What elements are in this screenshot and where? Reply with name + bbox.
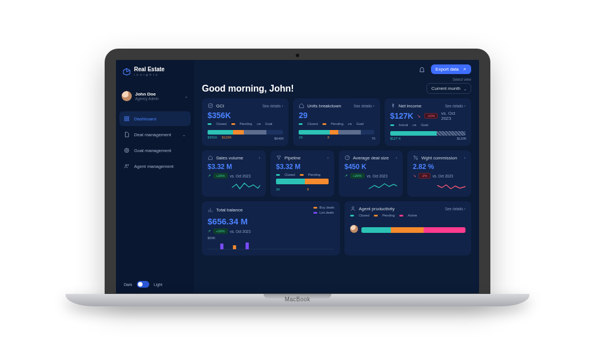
document-icon	[124, 132, 130, 137]
net-delta: -10%	[424, 113, 438, 119]
card-gci: GCI See details › $356K Closed Pending G…	[202, 98, 288, 146]
svg-rect-3	[124, 119, 126, 121]
avg-delta: +20%	[350, 173, 365, 179]
card-agent-productivity: Agent productivity See details › Closed …	[344, 201, 471, 255]
svg-point-11	[414, 156, 416, 158]
units-pending-val: 8	[327, 136, 329, 139]
view-select[interactable]: Current month ⌄	[426, 83, 471, 94]
legend-pending: Pending	[240, 122, 252, 125]
legend-goal: Goal	[421, 123, 428, 127]
see-details-link[interactable]: See details ›	[445, 104, 465, 108]
bell-icon[interactable]	[419, 66, 425, 73]
chevron-right-icon[interactable]: ›	[327, 156, 329, 160]
see-details-link[interactable]: See details ›	[262, 104, 283, 108]
see-details-link[interactable]: See details ›	[353, 104, 374, 108]
sidebar-item-label: Goal management	[134, 148, 171, 153]
sidebar-item-deal-management[interactable]: Deal management ⌄	[119, 127, 191, 142]
see-details-link[interactable]: See details ›	[445, 207, 465, 211]
total-delta: +20%	[213, 228, 228, 234]
card-units-breakdown: Units breakdown See details › 29 Closed …	[293, 98, 380, 146]
user-menu[interactable]: John Doe Agency Admin ⌄	[116, 86, 194, 106]
avatar	[122, 91, 132, 101]
theme-toggle[interactable]	[137, 281, 149, 288]
avg-delta-suffix: vs. Oct 2023	[367, 174, 388, 178]
card-title: Units breakdown	[307, 103, 341, 109]
brand-title: Real Estate	[134, 67, 165, 72]
percent-icon	[413, 155, 419, 161]
gci-value: $356K	[208, 111, 283, 120]
svg-point-5	[124, 149, 129, 153]
chevron-right-icon[interactable]: ›	[396, 156, 397, 160]
laptop-brand: MacBook	[284, 296, 310, 302]
gci-pending-val: $123K	[222, 136, 231, 139]
card-total-balance: Total balance Buy deals List deals $656.…	[202, 201, 340, 255]
arrow-up-right-icon	[462, 67, 467, 72]
view-select-value: Current month	[432, 86, 460, 91]
person-icon	[350, 206, 356, 211]
sparkline-icon	[232, 181, 260, 191]
wght-delta: -2%	[419, 173, 430, 179]
card-title: Wght commission	[421, 155, 457, 161]
svg-point-17	[352, 207, 354, 209]
arrow-up-icon: ↗	[344, 174, 348, 178]
sidebar-nav: Dashboard Deal management ⌄ Goal managem…	[116, 109, 194, 176]
total-value: $656.34 M	[208, 216, 334, 226]
sidebar: Real Estate insights John Doe Agency Adm…	[116, 60, 194, 293]
brand-subtitle: insights	[134, 72, 165, 77]
card-grid: GCI See details › $356K Closed Pending G…	[194, 98, 479, 260]
sidebar-item-agent-management[interactable]: Agent management	[119, 159, 191, 174]
legend-buy: Buy deals	[320, 206, 334, 209]
funnel-icon	[276, 155, 282, 161]
net-bar	[390, 131, 465, 136]
legend-closed: Closed	[359, 214, 369, 217]
sidebar-item-goal-management[interactable]: Goal management	[119, 143, 191, 158]
net-delta-suffix: vs. Oct 2023	[441, 111, 465, 121]
card-net-income: Net income See details › $127K ↘ -10% vs…	[385, 98, 471, 146]
total-axis-label: $50K	[208, 236, 334, 240]
sales-value: $3.32 M	[208, 163, 260, 171]
legend-list: List deals	[320, 211, 334, 214]
agent-row	[350, 225, 465, 233]
chevron-down-icon: ⌄	[463, 86, 467, 92]
bar-chart-icon	[208, 207, 213, 213]
legend-goal: Goal	[265, 122, 273, 125]
units-value: 29	[299, 111, 374, 120]
legend-closed: Closed	[307, 122, 318, 125]
card-title: Pipeline	[284, 155, 300, 161]
legend-pending: Pending	[308, 173, 321, 176]
house-icon	[208, 155, 213, 161]
wght-delta-suffix: vs. Oct 2023	[433, 174, 454, 178]
grid-icon	[124, 116, 130, 122]
chevron-right-icon[interactable]: ›	[259, 156, 260, 160]
net-actual-val: $127 K	[390, 137, 401, 140]
card-wght-commission: Wght commission › 2.82 % ↘ -2% vs. Oct 2…	[407, 150, 471, 197]
avg-value: $450 K	[344, 163, 397, 171]
total-delta-suffix: vs. Oct 2023	[230, 229, 251, 233]
legend-pending: Pending	[331, 122, 343, 125]
sidebar-item-label: Agent management	[134, 164, 174, 169]
sparkline-icon	[437, 181, 465, 191]
sidebar-item-dashboard[interactable]: Dashboard	[119, 111, 191, 126]
sales-delta: +20%	[213, 173, 228, 179]
gci-end-label: $640K	[274, 137, 284, 140]
theme-toggle-row: Dark Light	[116, 273, 194, 293]
chevron-right-icon[interactable]: ›	[464, 156, 465, 160]
chevron-down-icon: ⌄	[184, 94, 188, 99]
card-title: Agent productivity	[359, 206, 395, 211]
svg-rect-14	[220, 244, 223, 249]
user-name: John Doe	[135, 92, 159, 97]
svg-rect-2	[127, 117, 129, 119]
net-value: $127K	[390, 111, 413, 120]
user-role: Agency Admin	[135, 97, 159, 101]
gci-bar	[208, 130, 283, 135]
legend-active: Active	[408, 214, 417, 217]
arrow-down-icon: ↘	[417, 114, 421, 119]
graph-icon	[208, 103, 213, 109]
dollar-icon	[390, 103, 396, 109]
card-avg-deal-size: Average deal size › $450 K ↗ +20% vs. Oc…	[339, 150, 403, 197]
export-data-button[interactable]: Export data	[431, 64, 471, 74]
net-end-label: $120K	[457, 137, 467, 140]
brand: Real Estate insights	[116, 63, 194, 83]
brand-logo-icon	[123, 68, 131, 76]
svg-rect-15	[233, 245, 236, 249]
